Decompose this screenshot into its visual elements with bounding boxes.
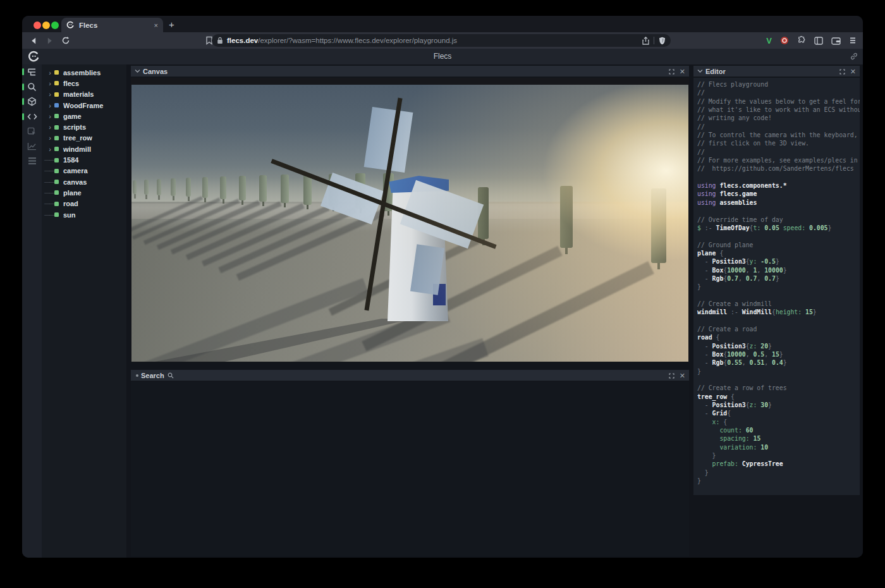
expand-arrow-icon[interactable]: › — [47, 113, 53, 119]
code-line: spacing: 15 — [697, 435, 860, 443]
tree-item-plane[interactable]: ——plane — [42, 187, 126, 198]
tree-item-label: sun — [63, 211, 76, 219]
tree-item-canvas[interactable]: ——canvas — [42, 176, 126, 187]
close-icon[interactable]: ✕ — [680, 372, 685, 379]
reload-icon[interactable] — [61, 36, 70, 45]
close-window-button[interactable] — [34, 21, 41, 29]
tree-item-scripts[interactable]: ›scripts — [42, 121, 126, 132]
wallet-icon[interactable] — [831, 37, 841, 45]
fullscreen-icon[interactable] — [839, 69, 845, 75]
code-line: tree_row { — [697, 393, 860, 401]
tree-item-WoodFrame[interactable]: ›WoodFrame — [42, 100, 126, 111]
tree-item-windmill[interactable]: ›windmill — [42, 144, 126, 154]
tree-item-label: assemblies — [63, 69, 101, 77]
close-icon[interactable]: ✕ — [850, 68, 856, 75]
url-bar[interactable]: flecs.dev /explorer/?wasm=https://www.fl… — [212, 34, 671, 47]
tab-title: Flecs — [79, 21, 154, 29]
canvas-panel: Canvas ✕ — [131, 66, 689, 362]
rail-item-rows[interactable] — [22, 154, 42, 169]
chevron-down-icon[interactable] — [135, 69, 140, 73]
code-line: $ :- TimeOfDay{t: 0.05 speed: 0.005} — [697, 224, 860, 233]
code-line: // Create a row of trees — [697, 384, 860, 393]
tree-item-game[interactable]: ›game — [42, 111, 126, 121]
tree-item-1584[interactable]: ——1584 — [42, 154, 126, 165]
canvas-3d-view[interactable] — [131, 78, 689, 362]
icon-rail — [22, 64, 42, 558]
code-line: road { — [697, 334, 860, 342]
fullscreen-icon[interactable] — [669, 373, 674, 379]
collapsed-dot-icon[interactable] — [136, 374, 138, 377]
rail-item-cursor-box[interactable] — [22, 124, 42, 139]
app-content: ›assemblies›flecs›materials›WoodFrame›ga… — [22, 64, 863, 558]
entity-type-square — [54, 169, 59, 173]
expand-arrow-icon[interactable]: › — [47, 124, 53, 130]
tab-close-icon[interactable]: × — [154, 21, 158, 29]
code-line: count: 60 — [697, 427, 860, 435]
entity-type-square — [54, 158, 59, 162]
brave-shield-icon[interactable] — [659, 37, 666, 45]
expand-arrow-icon[interactable]: › — [47, 91, 53, 97]
code-line: } — [697, 283, 860, 291]
expand-arrow-icon[interactable]: › — [47, 102, 53, 109]
rail-item-chart[interactable] — [22, 139, 42, 154]
urlbar-divider — [654, 37, 654, 44]
share-icon[interactable] — [642, 37, 649, 45]
minimize-window-button[interactable] — [42, 21, 50, 29]
entity-type-square — [54, 114, 59, 118]
code-line: // first click on the 3D view. — [697, 140, 860, 148]
forward-icon[interactable] — [46, 37, 54, 45]
tab-favicon — [66, 21, 75, 29]
chevron-down-icon[interactable] — [697, 69, 703, 73]
rail-item-search[interactable] — [22, 80, 42, 95]
code-line: // Flecs playground — [697, 81, 860, 89]
rail-item-tree-view[interactable] — [22, 64, 42, 80]
expand-arrow-icon[interactable]: › — [47, 80, 53, 87]
scene-3d[interactable] — [131, 85, 688, 362]
share-link-icon[interactable] — [850, 52, 858, 61]
extension-red-icon[interactable] — [780, 36, 789, 45]
tree-item-label: camera — [63, 167, 88, 175]
tree-item-sun[interactable]: ——sun — [42, 209, 126, 220]
canvas-panel-header[interactable]: Canvas ✕ — [131, 66, 689, 77]
code-editor[interactable]: // Flecs playground//// Modify the value… — [693, 78, 860, 495]
zoom-window-button[interactable] — [51, 21, 59, 29]
app-header: Flecs — [22, 49, 863, 64]
expand-arrow-icon[interactable]: › — [47, 135, 53, 141]
editor-panel-header[interactable]: Editor ✕ — [693, 66, 860, 77]
expand-arrow-icon[interactable]: › — [47, 70, 53, 76]
fullscreen-icon[interactable] — [669, 69, 674, 75]
search-panel-header[interactable]: Search ✕ — [131, 370, 689, 381]
tree-item-flecs[interactable]: ›flecs — [42, 78, 126, 89]
tree-item-label: game — [63, 113, 82, 120]
back-icon[interactable] — [30, 37, 38, 45]
active-indicator — [22, 113, 24, 120]
rail-item-cube[interactable] — [22, 94, 42, 109]
browser-tab[interactable]: Flecs × — [61, 18, 163, 32]
code-line: prefab: CypressTree — [697, 460, 860, 469]
page-title: Flecs — [22, 52, 863, 61]
code-line: // For more examples, see examples/plecs… — [697, 157, 860, 165]
tree-item-assemblies[interactable]: ›assemblies — [42, 67, 126, 78]
rail-item-code[interactable] — [22, 109, 42, 125]
tree-item-label: WoodFrame — [63, 102, 103, 109]
tree-item-materials[interactable]: ›materials — [42, 89, 126, 100]
entity-type-square — [54, 190, 59, 195]
menu-icon[interactable] — [849, 37, 857, 44]
close-icon[interactable]: ✕ — [680, 68, 685, 75]
leaf-dash-icon: —— — [44, 212, 53, 218]
sidebar-icon[interactable] — [814, 37, 823, 45]
code-line: - Box{10000, 0.5, 15} — [697, 351, 860, 359]
tree-item-camera[interactable]: ——camera — [42, 166, 126, 176]
extension-v-icon[interactable]: V — [766, 36, 772, 46]
expand-arrow-icon[interactable]: › — [47, 146, 53, 152]
entity-type-square — [54, 125, 59, 130]
active-indicator — [22, 98, 24, 105]
code-line: - Box{10000, 1, 10000} — [697, 267, 860, 275]
tree-item-road[interactable]: ——road — [42, 199, 126, 209]
code-line: using assemblies — [697, 199, 860, 207]
code-line: // writing any code! — [697, 114, 860, 123]
extensions-puzzle-icon[interactable] — [797, 36, 806, 45]
tree-item-tree_row[interactable]: ›tree_row — [42, 133, 126, 144]
new-tab-button[interactable]: + — [169, 19, 174, 30]
leaf-dash-icon: —— — [44, 157, 53, 163]
